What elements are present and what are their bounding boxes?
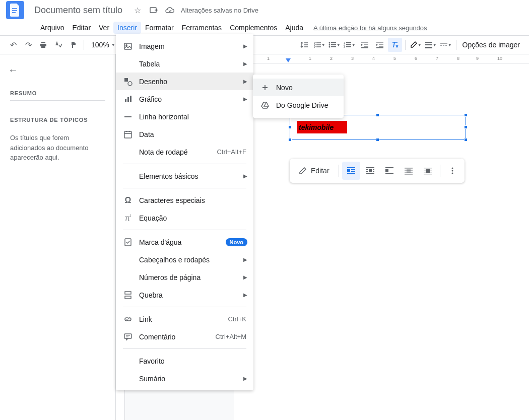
wrap-text-button[interactable] (361, 162, 379, 180)
more-options-button[interactable] (443, 162, 461, 180)
last-edit-link[interactable]: A última edição foi há alguns segundos (313, 24, 427, 32)
checklist-button[interactable]: ▼ (312, 38, 326, 52)
clear-formatting-button[interactable] (388, 38, 402, 52)
decrease-indent-button[interactable] (358, 38, 372, 52)
menu-item-comentário[interactable]: ComentárioCtrl+Alt+M (116, 328, 253, 345)
menu-item-label: Imagem (139, 42, 165, 50)
menu-item-elementos-básicos[interactable]: Elementos básicos▶ (116, 167, 253, 185)
menu-item-favorito[interactable]: Favorito (116, 352, 253, 370)
menu-item-cabeçalhos-e-rodapés[interactable]: Cabeçalhos e rodapés▶ (116, 251, 253, 268)
menu-item-label: Equação (139, 214, 167, 222)
redo-button[interactable]: ↷ (21, 38, 35, 52)
increase-indent-button[interactable] (373, 38, 387, 52)
menu-item-quebra[interactable]: Quebra▶ (116, 286, 253, 304)
resize-handle[interactable] (464, 138, 468, 142)
pencil-icon (299, 167, 307, 175)
image-options-button[interactable]: Opções de imager (459, 41, 523, 49)
resize-handle[interactable] (288, 138, 292, 142)
menu-item-tabela[interactable]: Tabela▶ (116, 55, 253, 73)
submenu-arrow-icon: ▶ (243, 43, 247, 49)
border-color-button[interactable]: ▼ (409, 38, 423, 52)
svg-rect-25 (425, 44, 432, 45)
menu-item-label: Números de página (139, 273, 201, 282)
svg-rect-40 (125, 239, 131, 246)
border-weight-button[interactable]: ▼ (424, 38, 438, 52)
svg-rect-45 (347, 169, 350, 172)
svg-point-6 (328, 46, 330, 48)
submenu-arrow-icon: ▶ (243, 292, 247, 298)
menu-item-sumário[interactable]: Sumário▶ (116, 370, 253, 387)
svg-rect-9 (331, 46, 336, 47)
submenu-item-do-google-drive[interactable]: Do Google Drive (253, 96, 344, 114)
line-spacing-button[interactable] (297, 38, 311, 52)
resume-heading: RESUMO (10, 86, 105, 101)
svg-rect-41 (125, 292, 131, 294)
back-arrow-icon[interactable]: ← (0, 60, 115, 80)
table-icon (123, 59, 133, 69)
wrap-behind-button[interactable] (400, 162, 418, 180)
menu-ferramentas[interactable]: Ferramentas (178, 22, 226, 34)
menu-item-data[interactable]: Data (116, 125, 253, 143)
undo-button[interactable]: ↶ (6, 38, 20, 52)
menu-complementos[interactable]: Complementos (226, 22, 281, 34)
horizontal-ruler[interactable]: 1 1 2 3 4 5 6 7 8 9 10 (234, 54, 529, 63)
image-icon (123, 41, 133, 51)
zoom-selector[interactable]: 100% ▼ (87, 41, 119, 49)
menu-inserir[interactable]: Inserir (113, 22, 141, 34)
menu-item-imagem[interactable]: Imagem▶ (116, 37, 253, 55)
edit-button[interactable]: Editar (293, 164, 336, 178)
star-icon[interactable]: ☆ (133, 5, 143, 15)
resize-handle[interactable] (376, 138, 379, 142)
new-badge: Novo (226, 238, 248, 246)
resize-handle[interactable] (288, 125, 292, 129)
menu-item-linha-horizontal[interactable]: Linha horizontal (116, 108, 253, 125)
menu-item-equação[interactable]: π²Equação (116, 209, 253, 227)
menubar: Arquivo Editar Ver Inserir Formatar Ferr… (0, 20, 529, 35)
menu-item-nota-de-rodapé[interactable]: Nota de rodapéCtrl+Alt+F (116, 143, 253, 161)
submenu-item-novo[interactable]: Novo (253, 79, 344, 96)
paint-format-button[interactable] (67, 38, 81, 52)
svg-rect-15 (346, 46, 351, 47)
cloud-icon[interactable] (165, 5, 175, 15)
numbered-list-button[interactable]: 123 ▼ (343, 38, 357, 52)
spellcheck-button[interactable] (51, 38, 65, 52)
menu-item-link[interactable]: LinkCtrl+K (116, 310, 253, 328)
wrap-front-button[interactable] (419, 162, 437, 180)
menu-item-label: Data (139, 130, 154, 138)
svg-rect-18 (364, 46, 368, 47)
move-icon[interactable] (149, 5, 159, 15)
selected-drawing-object[interactable]: tekimobile (290, 115, 466, 140)
menu-item-label: Sumário (139, 375, 165, 383)
svg-rect-29 (443, 45, 444, 46)
document-title[interactable]: Documento sem título (34, 5, 122, 16)
resize-handle[interactable] (464, 125, 468, 129)
menu-arquivo[interactable]: Arquivo (36, 22, 68, 34)
docs-logo-icon[interactable] (6, 1, 24, 19)
svg-rect-27 (440, 43, 447, 44)
border-dash-button[interactable]: ▼ (439, 38, 453, 52)
menu-item-gráfico[interactable]: Gráfico▶ (116, 90, 253, 108)
break-icon (123, 290, 133, 300)
menu-formatar[interactable]: Formatar (141, 22, 178, 34)
wrap-inline-button[interactable] (342, 162, 360, 180)
menu-item-label: Comentário (139, 333, 175, 341)
menu-item-números-de-página[interactable]: Números de página▶ (116, 268, 253, 286)
menu-item-label: Nota de rodapé (139, 148, 188, 156)
indent-marker-icon[interactable] (286, 58, 291, 63)
bulleted-list-button[interactable]: ▼ (327, 38, 342, 52)
resize-handle[interactable] (376, 113, 379, 117)
resize-handle[interactable] (464, 113, 468, 117)
svg-rect-56 (385, 167, 393, 168)
menu-ajuda[interactable]: Ajuda (281, 22, 307, 34)
submenu-arrow-icon: ▶ (243, 173, 247, 179)
svg-rect-50 (369, 169, 372, 172)
menu-editar[interactable]: Editar (68, 22, 95, 34)
shortcut-label: Ctrl+Alt+F (217, 148, 246, 156)
menu-ver[interactable]: Ver (95, 22, 113, 34)
svg-point-71 (451, 173, 453, 174)
menu-item-desenho[interactable]: Desenho▶ (116, 73, 253, 90)
print-button[interactable] (36, 38, 50, 52)
menu-item-marca-d'água[interactable]: Marca d'águaNovo (116, 233, 253, 251)
wrap-break-button[interactable] (380, 162, 399, 180)
menu-item-caracteres-especiais[interactable]: ΩCaracteres especiais (116, 191, 253, 209)
